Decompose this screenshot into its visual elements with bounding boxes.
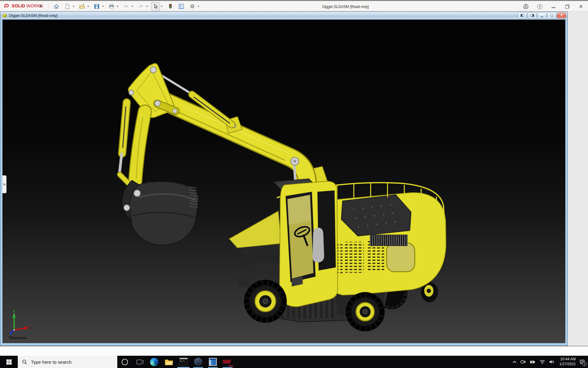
- doc-close-button[interactable]: ✕: [557, 13, 566, 18]
- home-icon: [53, 3, 59, 10]
- system-tray: 10:44 AM 1/27/2021 1: [512, 356, 588, 368]
- undo-button[interactable]: [122, 2, 130, 11]
- minimize-button[interactable]: [551, 4, 556, 10]
- taskbar-item-hexagon-app[interactable]: [191, 356, 205, 368]
- hidden-icons-button[interactable]: [512, 360, 517, 364]
- toggle-right-pane-button[interactable]: [528, 13, 537, 18]
- graphics-viewport[interactable]: Y X *Dimetric: [0, 20, 567, 346]
- orientation-triad[interactable]: Y X: [9, 310, 33, 336]
- brand-text-solid: SOLID: [12, 3, 25, 8]
- select-cursor-icon: [153, 3, 159, 10]
- battery-button[interactable]: [530, 360, 536, 364]
- save-button[interactable]: [92, 2, 101, 11]
- meet-now-icon: [521, 360, 526, 364]
- document-window-controls: ✕: [518, 13, 566, 18]
- front-left-wheel[interactable]: [244, 280, 287, 323]
- wifi-button[interactable]: [540, 360, 545, 364]
- plate-top-pin: [150, 67, 156, 73]
- y-axis-label: Y: [13, 310, 15, 313]
- front-platform: [229, 211, 282, 257]
- command-prompt-icon: C:\: [179, 358, 188, 366]
- document-properties-button[interactable]: [177, 2, 186, 11]
- taskbar-item-cortana[interactable]: [117, 356, 132, 368]
- toggle-left-pane-button[interactable]: [518, 13, 527, 18]
- search-placeholder: Type here to search: [31, 359, 72, 365]
- windows-taskbar: Type here to search C:\ SW 202: [0, 356, 588, 368]
- close-icon: ✕: [579, 4, 583, 10]
- help-button[interactable]: ?: [537, 4, 542, 10]
- home-button[interactable]: [52, 2, 61, 11]
- volume-button[interactable]: [549, 359, 554, 364]
- taskbar-item-edge[interactable]: [147, 356, 161, 368]
- meet-now-button[interactable]: [521, 360, 526, 364]
- taskbar-item-task-view[interactable]: [132, 356, 147, 368]
- bucket[interactable]: [122, 180, 199, 245]
- cab[interactable]: [274, 179, 338, 307]
- seat: [312, 228, 324, 263]
- toolbar-separator: [48, 3, 49, 10]
- taskbar-item-window-app[interactable]: [205, 356, 220, 368]
- doc-close-icon: ✕: [560, 13, 563, 17]
- cortana-icon: [122, 359, 128, 365]
- open-dropdown[interactable]: [86, 2, 90, 11]
- taskbar-search-input[interactable]: Type here to search: [18, 356, 117, 368]
- taskbar-item-file-explorer[interactable]: [161, 356, 176, 368]
- document-window: Digger.SLDASM [Read-only] ✕: [0, 11, 568, 346]
- collapsed-panel-tab[interactable]: [2, 175, 6, 193]
- volume-icon: [549, 359, 554, 364]
- brand-expand-arrow[interactable]: [40, 5, 42, 8]
- options-dropdown[interactable]: [197, 2, 200, 11]
- redo-button[interactable]: [137, 2, 145, 11]
- hexagon-app-icon: [194, 358, 202, 366]
- solidworks-year-badge: 2021: [228, 364, 234, 367]
- select-tool-button[interactable]: [151, 2, 160, 11]
- account-icon: [523, 4, 529, 10]
- stick-assembly[interactable]: [119, 63, 177, 192]
- rear-left-wheel[interactable]: [345, 292, 385, 331]
- open-folder-icon: [79, 3, 85, 10]
- new-document-dropdown[interactable]: [72, 2, 75, 11]
- save-dropdown[interactable]: [101, 2, 105, 11]
- print-icon: [108, 3, 115, 10]
- open-button[interactable]: [78, 2, 86, 11]
- bucket-pin-1: [134, 190, 141, 197]
- close-button[interactable]: ✕: [578, 4, 584, 10]
- new-document-button[interactable]: [63, 2, 72, 11]
- doc-restore-icon: [551, 14, 553, 17]
- taskbar-item-command-prompt[interactable]: C:\: [176, 356, 191, 368]
- options-button[interactable]: ⚙: [188, 2, 197, 11]
- rebuild-button[interactable]: [166, 2, 175, 11]
- account-button[interactable]: [523, 4, 529, 10]
- properties-list-icon: [178, 3, 184, 10]
- select-tool-dropdown[interactable]: [160, 2, 164, 11]
- app-background-lower: [0, 346, 588, 356]
- taskbar-item-solidworks[interactable]: SW 2021: [220, 356, 235, 368]
- start-button[interactable]: [0, 356, 18, 368]
- desktop-screen: SOLIDWORKS: [0, 0, 588, 368]
- left-pane-icon: [521, 14, 524, 17]
- undo-dropdown[interactable]: [130, 2, 134, 11]
- excavator-model[interactable]: [2, 20, 565, 343]
- print-dropdown[interactable]: [116, 2, 119, 11]
- doc-minimize-button[interactable]: [537, 13, 546, 18]
- document-titlebar[interactable]: Digger.SLDASM [Read-only] ✕: [0, 12, 567, 20]
- doc-restore-button[interactable]: [547, 13, 556, 18]
- app-title: Digger.SLDASM [Read-only]: [322, 1, 369, 12]
- edge-icon: [150, 358, 158, 366]
- engine-grille: [370, 235, 407, 246]
- solidworks-logo-icon: [3, 3, 10, 9]
- traffic-light-icon: [167, 3, 173, 10]
- taskbar-clock[interactable]: 10:44 AM 1/27/2021: [560, 357, 576, 366]
- file-explorer-icon: [165, 358, 173, 366]
- bucket-pin-2: [124, 205, 130, 211]
- solidworks-brand: SOLIDWORKS: [3, 3, 43, 9]
- app-window-controls: ? ✕: [523, 1, 584, 12]
- redo-dropdown[interactable]: [145, 2, 149, 11]
- minimize-icon: [552, 7, 555, 8]
- action-center-button[interactable]: 1: [580, 359, 585, 365]
- restore-icon: [565, 5, 569, 9]
- print-button[interactable]: [107, 2, 116, 11]
- solidworks-app-icon: SW 2021: [222, 357, 233, 366]
- solidworks-titlebar: SOLIDWORKS: [0, 0, 588, 11]
- restore-button[interactable]: [564, 4, 570, 10]
